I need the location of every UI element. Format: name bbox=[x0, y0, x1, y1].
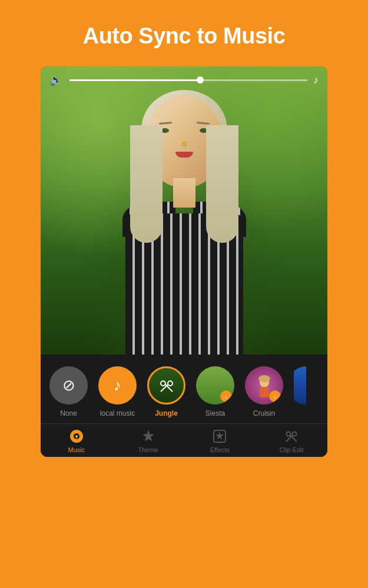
local-music-icon: ♪ bbox=[114, 376, 121, 395]
svg-point-0 bbox=[161, 381, 165, 386]
svg-marker-11 bbox=[142, 430, 154, 442]
music-list: ⊘ None ♪ local music bbox=[41, 355, 327, 423]
music-item-partial[interactable] bbox=[294, 366, 319, 405]
person-figure bbox=[108, 90, 261, 355]
music-item-cruisin[interactable]: ↓ Cruisin bbox=[245, 366, 283, 417]
hair-left bbox=[130, 125, 163, 243]
page-title: Auto Sync to Music bbox=[18, 24, 350, 49]
label-jungle: Jungle bbox=[155, 409, 178, 417]
bottom-nav: ♪ Music Theme Effects bbox=[41, 423, 327, 457]
eyebrow-right bbox=[196, 122, 209, 125]
playback-bar: 🔈 ♪ bbox=[41, 74, 327, 86]
nav-item-effects[interactable]: Effects bbox=[184, 429, 256, 453]
svg-marker-13 bbox=[216, 432, 224, 440]
download-badge-siesta: ↓ bbox=[220, 390, 232, 402]
nav-label-music: Music bbox=[68, 446, 85, 453]
phone-frame: 🔈 ♪ bbox=[41, 66, 327, 457]
effects-nav-icon bbox=[212, 429, 227, 444]
label-siesta: Siesta bbox=[205, 409, 225, 417]
music-item-local[interactable]: ♪ local music bbox=[98, 366, 137, 417]
svg-point-6 bbox=[258, 375, 270, 382]
eyebrow-left bbox=[158, 122, 171, 125]
music-item-siesta[interactable]: ↓ Siesta bbox=[196, 366, 234, 417]
music-item-none[interactable]: ⊘ None bbox=[49, 366, 88, 417]
svg-point-14 bbox=[287, 432, 291, 436]
nav-item-clip-edit[interactable]: Clip Edit bbox=[256, 429, 327, 453]
svg-text:♪: ♪ bbox=[75, 434, 78, 440]
thumb-siesta: ↓ bbox=[196, 366, 234, 405]
clip-edit-nav-icon bbox=[284, 429, 299, 444]
music-item-jungle[interactable]: Jungle bbox=[147, 366, 185, 417]
person-neck bbox=[173, 178, 195, 208]
scissors-icon bbox=[157, 376, 176, 395]
nav-label-clip-edit: Clip Edit bbox=[280, 446, 304, 453]
svg-point-1 bbox=[168, 381, 173, 386]
thumb-local: ♪ bbox=[98, 366, 137, 405]
nav-label-theme: Theme bbox=[138, 446, 158, 453]
music-note-icon: ♪ bbox=[313, 74, 319, 86]
progress-thumb bbox=[197, 76, 204, 83]
thumb-cruisin: ↓ bbox=[245, 366, 283, 405]
thumb-jungle bbox=[147, 366, 185, 405]
nose-ring bbox=[182, 142, 187, 146]
svg-rect-5 bbox=[260, 387, 269, 397]
portrait-area bbox=[41, 66, 327, 355]
video-area: 🔈 ♪ bbox=[41, 66, 327, 355]
theme-nav-icon bbox=[141, 429, 156, 444]
svg-point-15 bbox=[293, 432, 297, 436]
label-local: local music bbox=[100, 409, 135, 417]
music-nav-icon: ♪ bbox=[69, 429, 84, 444]
thumb-partial bbox=[294, 366, 319, 405]
nav-item-theme[interactable]: Theme bbox=[112, 429, 184, 453]
volume-icon[interactable]: 🔈 bbox=[49, 74, 64, 86]
hair-right bbox=[206, 125, 238, 243]
face-lips bbox=[175, 152, 193, 158]
bottom-panel: ⊘ None ♪ local music bbox=[41, 355, 327, 457]
progress-fill bbox=[69, 79, 200, 81]
face-eyes bbox=[161, 128, 208, 133]
cruisin-artwork bbox=[253, 374, 276, 397]
app-header: Auto Sync to Music bbox=[0, 0, 368, 66]
label-none: None bbox=[60, 409, 77, 417]
none-icon: ⊘ bbox=[62, 376, 75, 395]
nav-label-effects: Effects bbox=[210, 446, 230, 453]
thumb-none: ⊘ bbox=[49, 366, 88, 405]
progress-track[interactable] bbox=[69, 79, 307, 81]
label-cruisin: Cruisin bbox=[253, 409, 275, 417]
nav-item-music[interactable]: ♪ Music bbox=[41, 429, 112, 453]
